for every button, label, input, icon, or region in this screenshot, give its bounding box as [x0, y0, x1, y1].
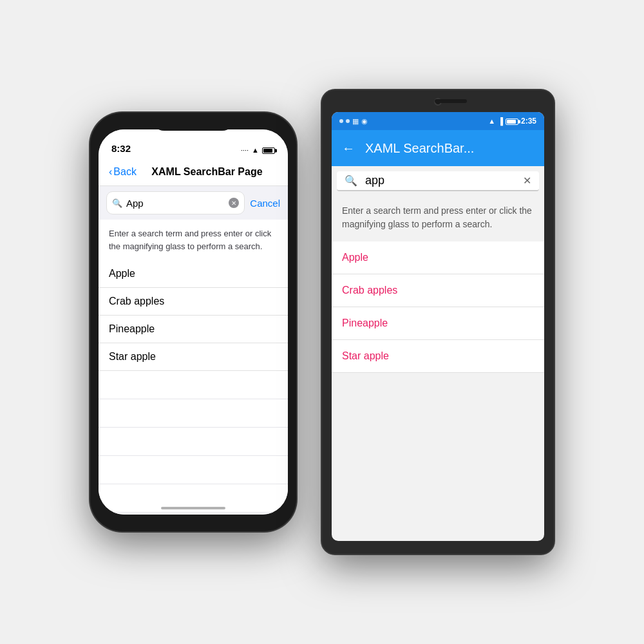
nfc-icon: ◉ — [361, 117, 368, 126]
ios-screen: 8:32 ···· ▲ ‹ Back XAML SearchBar Page 🔍… — [99, 129, 288, 515]
ios-phone: 8:32 ···· ▲ ‹ Back XAML SearchBar Page 🔍… — [90, 113, 296, 531]
dot-icon — [339, 119, 343, 123]
empty-row — [99, 399, 288, 428]
ios-back-label: Back — [113, 166, 137, 178]
android-status-left: ▦ ◉ — [339, 117, 368, 126]
ios-description: Enter a search term and press enter or c… — [99, 220, 288, 260]
dot-icon — [346, 119, 350, 123]
ios-search-box[interactable]: 🔍 App ✕ — [106, 191, 245, 214]
android-phone: ▦ ◉ ▲ ▐ 2:35 ← XAML SearchBar... 🔍 app ✕ — [322, 90, 554, 554]
list-item[interactable]: Apple — [332, 242, 544, 274]
ios-status-icons: ···· ▲ — [241, 146, 275, 154]
chevron-left-icon: ‹ — [109, 166, 112, 178]
ios-cancel-button[interactable]: Cancel — [250, 198, 280, 209]
android-status-bar: ▦ ◉ ▲ ▐ 2:35 — [332, 112, 544, 130]
empty-row — [99, 456, 288, 484]
ios-empty-rows — [99, 371, 288, 515]
android-results-list: Apple Crab apples Pineapple Star apple — [332, 242, 544, 373]
signal-icon: ···· — [241, 146, 249, 154]
android-description: Enter a search term and press enter or c… — [332, 196, 544, 239]
android-search-input[interactable]: app — [365, 174, 515, 187]
sim-icon: ▦ — [352, 117, 359, 126]
android-search-container[interactable]: 🔍 app ✕ — [337, 171, 539, 191]
list-item[interactable]: Star apple — [99, 343, 288, 371]
android-toolbar-title: XAML SearchBar... — [365, 141, 534, 156]
android-screen: ▦ ◉ ▲ ▐ 2:35 ← XAML SearchBar... 🔍 app ✕ — [332, 112, 544, 541]
ios-notch — [151, 113, 235, 131]
android-battery-icon — [506, 117, 518, 126]
empty-row — [99, 371, 288, 399]
signal-bars-icon: ▐ — [498, 117, 503, 125]
wifi-icon: ▲ — [488, 117, 495, 125]
android-back-button[interactable]: ← — [342, 141, 355, 156]
android-time: 2:35 — [521, 117, 536, 126]
ios-status-bar: 8:32 ···· ▲ — [99, 129, 288, 158]
wifi-icon: ▲ — [252, 146, 259, 154]
ios-back-button[interactable]: ‹ Back — [109, 166, 137, 178]
ios-home-indicator — [161, 507, 225, 509]
ios-search-input[interactable]: App — [126, 198, 225, 209]
list-item[interactable]: Star apple — [332, 340, 544, 373]
android-toolbar: ← XAML SearchBar... — [332, 130, 544, 166]
list-item[interactable]: Apple — [99, 260, 288, 288]
ios-search-container: 🔍 App ✕ Cancel — [99, 186, 288, 220]
search-icon: 🔍 — [112, 198, 122, 208]
ios-results-list: Apple Crab apples Pineapple Star apple — [99, 260, 288, 371]
list-item[interactable]: Crab apples — [99, 288, 288, 316]
battery-icon — [262, 146, 275, 154]
android-clear-button[interactable]: ✕ — [523, 175, 531, 187]
ios-clear-button[interactable]: ✕ — [229, 198, 239, 208]
ios-nav-title: XAML SearchBar Page — [137, 166, 278, 178]
ios-nav-bar: ‹ Back XAML SearchBar Page — [99, 158, 288, 186]
list-item[interactable]: Pineapple — [332, 307, 544, 340]
list-item[interactable]: Pineapple — [99, 316, 288, 343]
ios-time: 8:32 — [111, 143, 131, 154]
list-item[interactable]: Crab apples — [332, 274, 544, 307]
search-icon: 🔍 — [345, 175, 357, 187]
android-speaker — [435, 99, 467, 103]
empty-row — [99, 513, 288, 515]
android-status-right: ▲ ▐ 2:35 — [488, 117, 536, 126]
empty-row — [99, 428, 288, 456]
